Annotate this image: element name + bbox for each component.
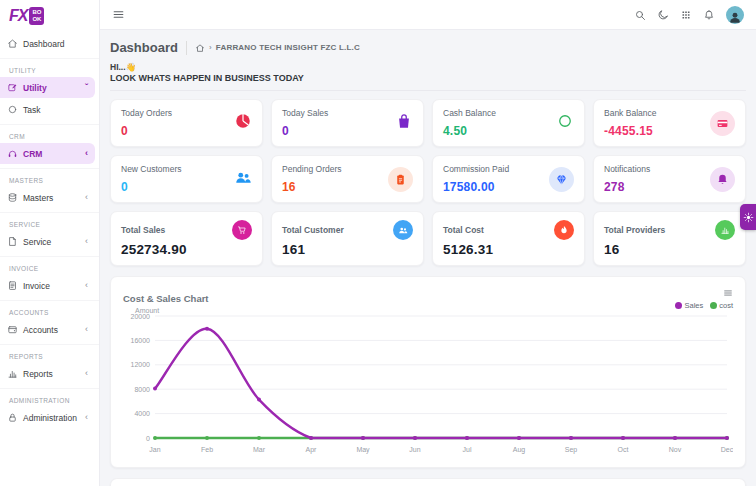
- settings-fab-button[interactable]: [740, 204, 756, 230]
- person-icon: [728, 10, 742, 24]
- breadcrumb: Dashboard › FARRANO TECH INSIGHT FZC L.L…: [110, 40, 746, 55]
- stat-card[interactable]: Commission Paid17580.00: [432, 155, 585, 203]
- stat-card[interactable]: Bank Balance-4455.15: [593, 99, 746, 147]
- moon-icon[interactable]: [657, 9, 669, 21]
- sidebar-item-reports[interactable]: Reports‹: [0, 363, 95, 384]
- sidebar-item-service[interactable]: Service‹: [0, 231, 95, 252]
- grid-icon[interactable]: [680, 9, 692, 21]
- hamburger-icon: [112, 8, 125, 21]
- svg-text:Oct: Oct: [618, 446, 629, 453]
- stat-card[interactable]: Pending Orders16: [271, 155, 424, 203]
- search-icon[interactable]: [634, 9, 646, 21]
- stat-card[interactable]: Today Orders0: [110, 99, 263, 147]
- svg-text:Feb: Feb: [201, 446, 213, 453]
- stat-value: 0: [121, 180, 128, 194]
- topbar-actions: [634, 6, 744, 24]
- bell-icon: [716, 173, 729, 186]
- total-card[interactable]: Total Cost5126.31: [432, 211, 585, 266]
- stat-card[interactable]: New Customers0: [110, 155, 263, 203]
- chart-title: Cost & Sales Chart: [123, 293, 733, 304]
- sidebar-item-masters[interactable]: Masters‹: [0, 187, 95, 208]
- users-icon: [398, 225, 408, 235]
- svg-text:12000: 12000: [131, 361, 151, 368]
- card-icon-bubble: [710, 111, 735, 136]
- sidebar-section-label: SERVICE: [0, 212, 99, 230]
- sidebar-section-label: MASTERS: [0, 168, 99, 186]
- home-icon[interactable]: [195, 43, 205, 53]
- breadcrumb-separator: ›: [209, 43, 212, 52]
- legend-dot: [675, 302, 682, 309]
- avatar[interactable]: [726, 6, 744, 24]
- invoice-icon: [7, 280, 18, 291]
- hamburger-menu-icon[interactable]: [112, 8, 125, 21]
- greeting-hello: HI...👋: [110, 62, 746, 72]
- stat-label: Notifications: [604, 164, 650, 174]
- stat-card[interactable]: Notifications278: [593, 155, 746, 203]
- chart-icon: [7, 368, 18, 379]
- app-window: FX BOOK DashboardUTILITYUtilityˇTaskCRMC…: [0, 0, 756, 486]
- sidebar-item-task[interactable]: Task: [0, 99, 95, 120]
- card-icon: [716, 117, 729, 130]
- breadcrumb-company: FARRANO TECH INSIGHT FZC L.L.C: [216, 43, 360, 52]
- stat-label: Pending Orders: [282, 164, 342, 174]
- sidebar-item-label: Utility: [23, 83, 47, 93]
- legend-label: Sales: [684, 301, 703, 310]
- sidebar-item-label: Reports: [23, 369, 53, 379]
- stat-label: Cash Balance: [443, 108, 496, 118]
- next-card-edge: [110, 478, 746, 486]
- svg-text:8000: 8000: [134, 386, 150, 393]
- stat-label: Bank Balance: [604, 108, 656, 118]
- sidebar-item-accounts[interactable]: Accounts‹: [0, 319, 95, 340]
- legend-item-sales[interactable]: Sales: [675, 301, 703, 310]
- stat-value: 0: [121, 124, 128, 138]
- svg-text:Aug: Aug: [513, 446, 526, 454]
- chevron-left-icon: ‹: [85, 325, 88, 334]
- stat-card[interactable]: Today Sales0: [271, 99, 424, 147]
- home-icon: [7, 38, 18, 49]
- stat-value: 0: [282, 124, 289, 138]
- svg-text:Sep: Sep: [565, 446, 578, 454]
- bell-icon[interactable]: [703, 9, 715, 21]
- stat-label: Total Sales: [121, 225, 165, 235]
- sidebar-item-utility[interactable]: Utilityˇ: [0, 77, 95, 98]
- stat-label: Total Cost: [443, 225, 484, 235]
- chevron-left-icon: ‹: [85, 369, 88, 378]
- stat-value: 16: [282, 180, 296, 194]
- svg-text:0: 0: [146, 435, 150, 442]
- lock-icon: [7, 412, 18, 423]
- database-icon: [7, 192, 18, 203]
- clipboard-icon: [394, 173, 407, 186]
- chevron-left-icon: ‹: [85, 149, 88, 158]
- sidebar-item-invoice[interactable]: Invoice‹: [0, 275, 95, 296]
- stat-card[interactable]: Cash Balance4.50: [432, 99, 585, 147]
- stat-label: Total Customer: [282, 225, 344, 235]
- total-card[interactable]: Total Sales252734.90: [110, 211, 263, 266]
- total-card[interactable]: Total Customer161: [271, 211, 424, 266]
- sidebar-section-label: REPORTS: [0, 344, 99, 362]
- divider: [186, 41, 187, 55]
- stat-value: 4.50: [443, 124, 467, 138]
- brand-logo-text: FX: [9, 7, 27, 25]
- stat-value: 5126.31: [443, 242, 574, 257]
- stat-label: Total Providers: [604, 225, 665, 235]
- stats-row-2: New Customers0Pending Orders16Commission…: [110, 155, 746, 203]
- stat-value: 278: [604, 180, 625, 194]
- total-card[interactable]: Total Providers16: [593, 211, 746, 266]
- bag-icon: [395, 112, 413, 130]
- chart-menu-icon[interactable]: [723, 284, 733, 302]
- legend-item-cost[interactable]: cost: [710, 301, 733, 310]
- sidebar: FX BOOK DashboardUTILITYUtilityˇTaskCRMC…: [0, 0, 100, 486]
- stats-row-1: Today Orders0Today Sales0Cash Balance4.5…: [110, 99, 746, 147]
- chevron-left-icon: ‹: [85, 193, 88, 202]
- bell-icon-bubble: [710, 167, 735, 192]
- sidebar-item-administration[interactable]: Administration‹: [0, 407, 95, 428]
- greeting: HI...👋 LOOK WHATS HAPPEN IN BUSINESS TOD…: [110, 62, 746, 83]
- greeting-subtitle: LOOK WHATS HAPPEN IN BUSINESS TODAY: [110, 73, 746, 83]
- divider: [110, 90, 746, 91]
- chart-icon-circle: [715, 220, 735, 240]
- cart-icon-circle: [232, 220, 252, 240]
- gem-icon: [555, 173, 568, 186]
- brand-logo[interactable]: FX BOOK: [0, 0, 99, 32]
- sidebar-item-crm[interactable]: CRM‹: [0, 143, 95, 164]
- sidebar-item-dashboard[interactable]: Dashboard: [0, 33, 95, 54]
